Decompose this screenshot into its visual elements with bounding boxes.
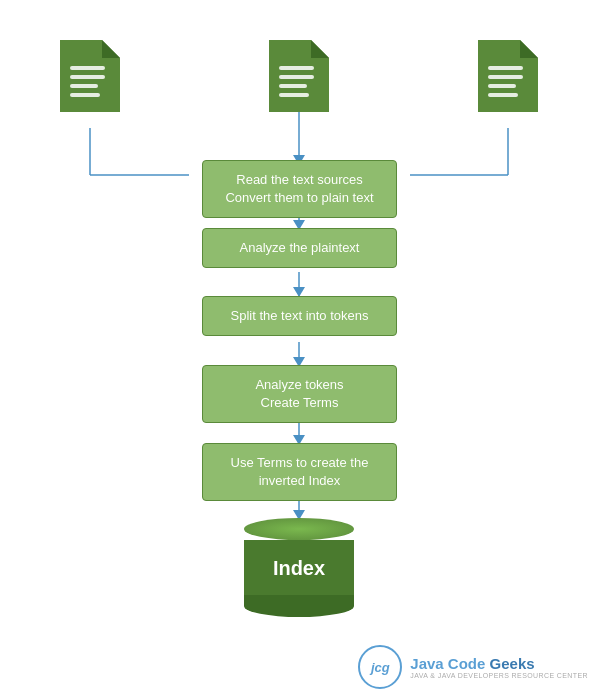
flow-box-2-line1: Analyze the plaintext (240, 240, 360, 255)
svg-rect-21 (70, 93, 100, 97)
flow-box-4: Analyze tokens Create Terms (202, 365, 397, 423)
flow-box-1: Read the text sources Convert them to pl… (202, 160, 397, 218)
svg-rect-20 (70, 84, 98, 88)
index-cylinder: Index (244, 518, 354, 617)
logo-main-suffix: Geeks (490, 655, 535, 672)
doc-icon-1 (60, 40, 120, 112)
diagram-container: Read the text sources Convert them to pl… (0, 0, 598, 699)
flow-box-1-line2: Convert them to plain text (225, 190, 373, 205)
flow-box-2: Analyze the plaintext (202, 228, 397, 268)
doc-svg-2 (269, 40, 329, 112)
svg-rect-30 (488, 66, 523, 70)
svg-rect-25 (279, 75, 314, 79)
cylinder-bottom (244, 595, 354, 617)
flow-box-3-line1: Split the text into tokens (230, 308, 368, 323)
logo-main-text: Java Code Geeks (410, 655, 588, 672)
flow-box-5: Use Terms to create the inverted Index (202, 443, 397, 501)
doc-svg-3 (478, 40, 538, 112)
flow-box-5-line1: Use Terms to create the (231, 455, 369, 470)
logo-sub-text: Java & Java Developers Resource Center (410, 672, 588, 679)
flow-box-5-line2: inverted Index (259, 473, 341, 488)
flow-box-1-line1: Read the text sources (236, 172, 362, 187)
logo-area: jcg Java Code Geeks Java & Java Develope… (358, 645, 588, 689)
svg-rect-27 (279, 93, 309, 97)
svg-rect-18 (70, 66, 105, 70)
svg-marker-23 (311, 40, 329, 58)
logo-main-prefix: Java Code (410, 655, 485, 672)
svg-rect-24 (279, 66, 314, 70)
flow-box-4-line2: Create Terms (261, 395, 339, 410)
logo-badge-text: jcg (371, 660, 390, 675)
svg-rect-32 (488, 84, 516, 88)
cylinder-body: Index (244, 540, 354, 595)
flow-box-4-line1: Analyze tokens (255, 377, 343, 392)
doc-icon-3 (478, 40, 538, 112)
svg-marker-29 (520, 40, 538, 58)
logo-badge: jcg (358, 645, 402, 689)
svg-rect-31 (488, 75, 523, 79)
doc-svg-1 (60, 40, 120, 112)
svg-rect-19 (70, 75, 105, 79)
svg-rect-33 (488, 93, 518, 97)
svg-rect-26 (279, 84, 307, 88)
flow-box-3: Split the text into tokens (202, 296, 397, 336)
cylinder-top (244, 518, 354, 540)
doc-icon-2 (269, 40, 329, 112)
svg-marker-17 (102, 40, 120, 58)
cylinder-label: Index (244, 556, 354, 579)
logo-text-group: Java Code Geeks Java & Java Developers R… (410, 655, 588, 679)
